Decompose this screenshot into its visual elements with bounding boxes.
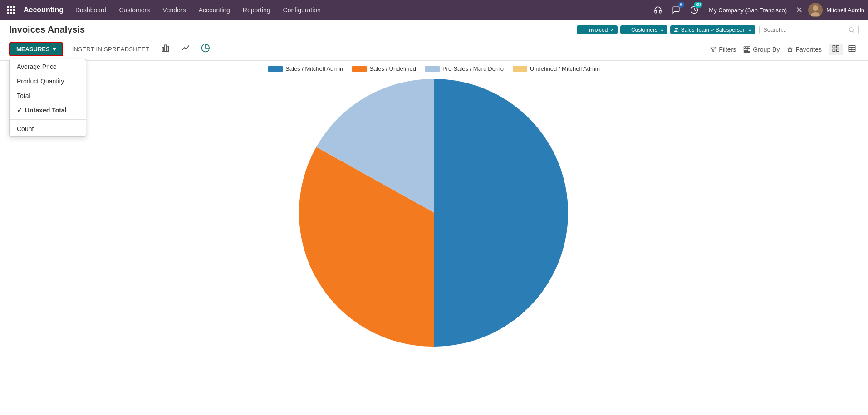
svg-point-10 — [813, 5, 818, 11]
dropdown-item-untaxed-total[interactable]: ✓Untaxed Total — [10, 103, 86, 117]
svg-rect-0 — [7, 6, 9, 8]
filter-tag-invoiced-label: Invoiced — [588, 27, 608, 33]
svg-rect-25 — [833, 45, 835, 48]
svg-rect-17 — [167, 46, 169, 52]
filter-tag-invoiced: Invoiced × — [577, 25, 618, 34]
avatar — [808, 3, 823, 17]
timer-badge: 39 — [694, 2, 702, 8]
view-mode-icons — [829, 44, 859, 55]
pie-chart — [298, 77, 570, 349]
chat-badge: 6 — [678, 2, 685, 8]
legend-label-1: Sales / Undefined — [369, 65, 416, 72]
group-by-action[interactable]: Group By — [743, 46, 780, 53]
legend-label-0: Sales / Mitchell Admin — [285, 65, 343, 72]
filter-tag-customers: Customers × — [620, 25, 667, 34]
filter-tag-customers-remove[interactable]: × — [660, 26, 664, 33]
bar-chart-view-button[interactable] — [158, 42, 173, 57]
page-header: Invoices Analysis Invoiced × Customers × — [0, 20, 868, 38]
svg-rect-5 — [13, 9, 15, 11]
toolbar-right: Filters Group By Favorites — [710, 44, 859, 55]
search-icon — [848, 27, 855, 33]
svg-rect-22 — [744, 49, 748, 50]
nav-accounting[interactable]: Accounting — [192, 0, 236, 20]
username: Mitchell Admin — [826, 7, 864, 14]
nav-customers[interactable]: Customers — [113, 0, 157, 20]
svg-point-13 — [849, 27, 853, 31]
chart-area: Sales / Mitchell Admin Sales / Undefined… — [0, 61, 868, 415]
filters-icon — [710, 46, 716, 53]
main-content: Invoices Analysis Invoiced × Customers × — [0, 20, 868, 415]
chart-legend: Sales / Mitchell Admin Sales / Undefined… — [268, 65, 600, 72]
search-box — [759, 25, 859, 34]
filter-tag-sales-team-label: Sales Team > Salesperson — [681, 27, 746, 33]
filter-tag-invoiced-remove[interactable]: × — [610, 26, 614, 33]
legend-label-3: Undefined / Mitchell Admin — [530, 65, 600, 72]
pie-chart-container — [298, 77, 570, 349]
filters-action[interactable]: Filters — [710, 46, 736, 53]
nav-dashboard[interactable]: Dashboard — [69, 0, 113, 20]
list-view-icon[interactable] — [845, 44, 859, 55]
svg-rect-19 — [744, 47, 746, 48]
svg-rect-8 — [13, 12, 15, 14]
dropdown-item-total[interactable]: Total — [10, 88, 86, 103]
svg-point-11 — [811, 12, 820, 16]
legend-item-3: Undefined / Mitchell Admin — [513, 65, 600, 72]
group-by-icon — [743, 46, 750, 53]
svg-line-14 — [853, 31, 854, 32]
insert-spreadsheet-button[interactable]: INSERT IN SPREADSHEET — [69, 44, 153, 54]
apps-icon[interactable] — [4, 3, 18, 17]
close-icon[interactable]: ✕ — [794, 5, 804, 15]
legend-color-3 — [513, 66, 527, 72]
legend-color-0 — [268, 66, 283, 72]
navbar-menu: Dashboard Customers Vendors Accounting R… — [69, 0, 651, 20]
svg-rect-26 — [837, 45, 839, 48]
chat-icon[interactable]: 6 — [669, 3, 683, 17]
svg-rect-2 — [13, 6, 15, 8]
search-input[interactable] — [763, 26, 848, 33]
svg-rect-27 — [833, 49, 835, 51]
favorites-action[interactable]: Favorites — [787, 46, 822, 53]
measures-label: MEASURES — [16, 46, 50, 53]
svg-rect-15 — [162, 47, 164, 51]
dropdown-item-average-price[interactable]: Average Price — [10, 59, 86, 74]
navbar-right: 6 39 My Company (San Francisco) ✕ Mitche… — [651, 3, 864, 17]
svg-rect-7 — [10, 12, 12, 14]
dropdown-divider — [10, 119, 86, 120]
legend-item-1: Sales / Undefined — [352, 65, 416, 72]
svg-rect-28 — [837, 49, 839, 51]
svg-rect-21 — [748, 47, 750, 48]
svg-rect-4 — [10, 9, 12, 11]
filters-label: Filters — [719, 46, 736, 53]
svg-rect-29 — [849, 45, 855, 52]
svg-rect-23 — [744, 51, 750, 52]
nav-configuration[interactable]: Configuration — [277, 0, 327, 20]
headset-icon[interactable] — [651, 3, 665, 17]
svg-rect-16 — [165, 45, 166, 51]
filter-tag-sales-team-remove[interactable]: × — [748, 26, 752, 33]
timer-icon[interactable]: 39 — [687, 3, 701, 17]
pie-segment-0 — [434, 79, 568, 347]
legend-color-2 — [425, 66, 440, 72]
nav-reporting[interactable]: Reporting — [236, 0, 277, 20]
company-name: My Company (San Francisco) — [705, 7, 790, 14]
svg-marker-24 — [788, 47, 793, 52]
toolbar-left: MEASURES ▾ INSERT IN SPREADSHEET — [9, 42, 213, 57]
navbar: Accounting Dashboard Customers Vendors A… — [0, 0, 868, 20]
favorites-label: Favorites — [795, 46, 822, 53]
nav-vendors[interactable]: Vendors — [156, 0, 192, 20]
svg-rect-6 — [7, 12, 9, 14]
pie-chart-view-button[interactable] — [198, 42, 213, 57]
svg-marker-18 — [711, 47, 716, 52]
group-by-label: Group By — [753, 46, 780, 53]
chart-view-icon[interactable] — [829, 44, 843, 55]
measures-button[interactable]: MEASURES ▾ — [9, 42, 63, 56]
legend-color-1 — [352, 66, 367, 72]
line-chart-view-button[interactable] — [178, 42, 193, 57]
dropdown-item-count[interactable]: Count — [10, 122, 86, 136]
svg-point-12 — [675, 28, 677, 29]
measures-dropdown-arrow: ▾ — [53, 46, 56, 53]
page-title: Invoices Analysis — [9, 24, 85, 35]
legend-item-2: Pre-Sales / Marc Demo — [425, 65, 504, 72]
svg-rect-3 — [7, 9, 9, 11]
dropdown-item-product-quantity[interactable]: Product Quantity — [10, 74, 86, 88]
